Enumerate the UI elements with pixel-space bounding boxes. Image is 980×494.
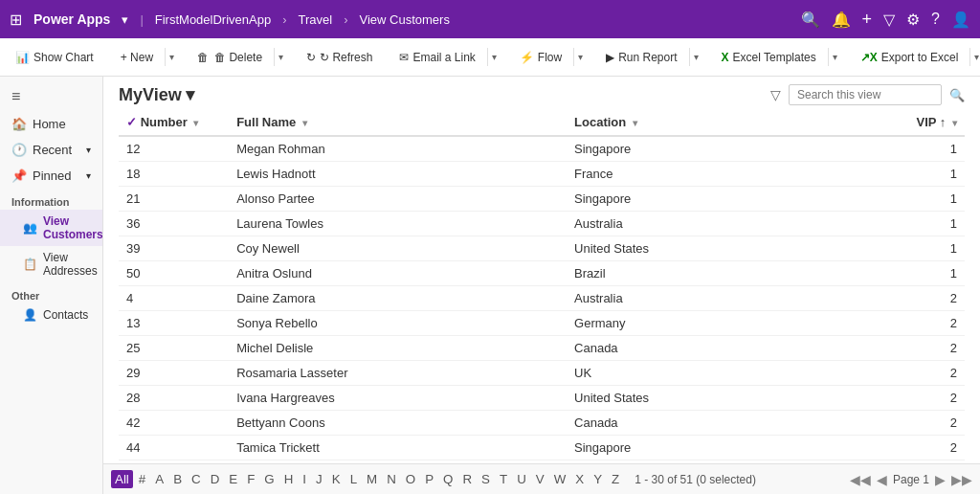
table-row[interactable]: 42 Bettyann Coons Canada 2	[119, 411, 965, 436]
table-row[interactable]: 13 Sonya Rebello Germany 2	[119, 311, 965, 336]
cell-number: 36	[119, 212, 229, 236]
table-row[interactable]: 12 Megan Rohman Singapore 1	[119, 136, 965, 162]
table-row[interactable]: 28 Ivana Hargreaves United States 2	[119, 386, 965, 411]
letter-nav-btn-l[interactable]: L	[346, 470, 361, 488]
search-icon-nav[interactable]: 🔍	[801, 11, 820, 29]
new-dropdown-arrow[interactable]: ▾	[165, 48, 178, 66]
cell-location: Australia	[567, 286, 868, 311]
table-row[interactable]: 18 Lewis Hadnott France 1	[119, 162, 965, 187]
next-button[interactable]: ▶	[935, 472, 946, 487]
letter-nav-btn-o[interactable]: O	[402, 470, 419, 488]
run-report-button[interactable]: ▶ Run Report	[598, 47, 684, 68]
letter-nav-btn-q[interactable]: Q	[439, 470, 457, 488]
letter-nav-btn-u[interactable]: U	[513, 470, 530, 488]
excel-templates-button[interactable]: X Excel Templates	[714, 47, 824, 68]
th-fullname[interactable]: Full Name ▾	[229, 109, 567, 136]
letter-nav-btn-g[interactable]: G	[260, 470, 278, 488]
letter-nav-btn-c[interactable]: C	[188, 470, 205, 488]
next-last-button[interactable]: ▶▶	[951, 472, 972, 487]
letter-nav-btn-t[interactable]: T	[496, 470, 511, 488]
show-chart-button[interactable]: 📊 Show Chart	[8, 47, 101, 68]
letter-nav-btn-j[interactable]: J	[312, 470, 326, 488]
excel-templates-dropdown-arrow[interactable]: ▾	[828, 48, 841, 66]
account-icon[interactable]: 👤	[951, 11, 970, 29]
letter-nav-btn-k[interactable]: K	[328, 470, 345, 488]
letter-nav-btn-p[interactable]: P	[421, 470, 437, 488]
cell-location: Singapore	[567, 436, 868, 460]
help-icon[interactable]: ?	[931, 11, 940, 28]
add-icon[interactable]: +	[862, 10, 873, 30]
sidebar-menu-icon[interactable]: ≡	[0, 82, 102, 111]
table-row[interactable]: 44 Tamica Trickett Singapore 2	[119, 436, 965, 460]
app-name-label[interactable]: FirstModelDrivenApp	[155, 12, 271, 27]
letter-nav-btn-m[interactable]: M	[363, 470, 381, 488]
table-row[interactable]: 29 Rosamaria Lasseter UK 2	[119, 361, 965, 386]
brand-dropdown[interactable]: ▾	[122, 12, 128, 27]
flow-button[interactable]: ⚡ Flow	[512, 47, 569, 68]
letter-nav-btn-i[interactable]: I	[299, 470, 310, 488]
search-icon-view[interactable]: 🔍	[949, 88, 965, 102]
letter-nav-btn-r[interactable]: R	[458, 470, 476, 488]
view-title[interactable]: MyView ▾	[119, 84, 194, 105]
letter-nav-btn-a[interactable]: A	[151, 470, 167, 488]
th-location[interactable]: Location ▾	[567, 109, 868, 136]
cell-vip: 2	[868, 361, 965, 386]
table-row[interactable]: 4 Daine Zamora Australia 2	[119, 286, 965, 311]
flow-dropdown-arrow[interactable]: ▾	[573, 48, 587, 66]
letter-nav-btn-b[interactable]: B	[169, 470, 186, 488]
apps-icon[interactable]: ⊞	[10, 11, 22, 29]
export-dropdown: ▾	[969, 48, 980, 66]
settings-icon[interactable]: ⚙	[906, 11, 920, 29]
refresh-button[interactable]: ↻ ↻ Refresh	[299, 47, 380, 68]
delete-button[interactable]: 🗑 🗑 Delete	[189, 47, 270, 68]
sidebar-item-view-customers[interactable]: 👥 View Customers	[0, 210, 102, 246]
view-filter-icon[interactable]: ▽	[770, 87, 781, 102]
letter-nav-btn-w[interactable]: W	[550, 470, 570, 488]
sidebar-item-recent[interactable]: 🕐 Recent ▾	[0, 137, 102, 163]
email-link-button[interactable]: ✉ Email a Link	[391, 47, 482, 68]
email-dropdown-arrow[interactable]: ▾	[487, 48, 501, 66]
filter-icon-nav[interactable]: ▽	[883, 11, 895, 29]
letter-nav-btn-v[interactable]: V	[532, 470, 548, 488]
export-excel-button[interactable]: ↗X Export to Excel	[853, 47, 967, 68]
cell-fullname: Laurena Towles	[229, 212, 567, 236]
letter-nav-btn-h[interactable]: H	[280, 470, 298, 488]
export-dropdown-arrow[interactable]: ▾	[969, 48, 980, 66]
sidebar-item-contacts[interactable]: 👤 Contacts	[0, 303, 102, 326]
letter-nav-btn-x[interactable]: X	[571, 470, 588, 488]
letter-nav-btn-d[interactable]: D	[207, 470, 224, 488]
letter-nav-btn-all[interactable]: All	[111, 470, 133, 488]
letter-nav-btn-s[interactable]: S	[478, 470, 494, 488]
cell-fullname: Alonso Partee	[229, 187, 567, 212]
bell-icon[interactable]: 🔔	[832, 11, 851, 29]
letter-nav-btn-y[interactable]: Y	[590, 470, 606, 488]
breadcrumb-travel[interactable]: Travel	[299, 12, 333, 27]
flow-dropdown: ▾	[573, 48, 587, 66]
cell-number: 28	[119, 386, 229, 411]
cell-number: 4	[119, 286, 229, 311]
cell-location: Singapore	[567, 136, 868, 162]
letter-nav-btn-f[interactable]: F	[243, 470, 258, 488]
sidebar-item-view-addresses[interactable]: 📋 View Addresses	[0, 246, 102, 282]
sidebar-item-home[interactable]: 🏠 Home	[0, 111, 102, 137]
th-checkbox[interactable]: ✓ Number ▾	[119, 109, 229, 136]
prev-page-button[interactable]: ◀◀	[850, 472, 871, 487]
table-row[interactable]: 25 Michel Delisle Canada 2	[119, 336, 965, 361]
letter-nav-btn-#[interactable]: #	[135, 470, 149, 488]
cell-vip: 1	[868, 187, 965, 212]
table-row[interactable]: 39 Coy Newell United States 1	[119, 236, 965, 261]
letter-nav-btn-n[interactable]: N	[383, 470, 400, 488]
table-row[interactable]: 36 Laurena Towles Australia 1	[119, 212, 965, 236]
new-button[interactable]: + New	[113, 47, 161, 68]
run-report-dropdown-arrow[interactable]: ▾	[689, 48, 702, 66]
search-input[interactable]	[789, 84, 942, 105]
cell-location: Singapore	[567, 187, 868, 212]
delete-dropdown-arrow[interactable]: ▾	[274, 48, 287, 66]
sidebar-item-pinned[interactable]: 📌 Pinned ▾	[0, 163, 102, 189]
letter-nav-btn-z[interactable]: Z	[608, 470, 623, 488]
table-row[interactable]: 21 Alonso Partee Singapore 1	[119, 187, 965, 212]
letter-nav-btn-e[interactable]: E	[225, 470, 241, 488]
prev-button[interactable]: ◀	[877, 472, 887, 487]
table-row[interactable]: 50 Anitra Oslund Brazil 1	[119, 261, 965, 286]
th-vip[interactable]: VIP ↑ ▾	[868, 109, 965, 136]
